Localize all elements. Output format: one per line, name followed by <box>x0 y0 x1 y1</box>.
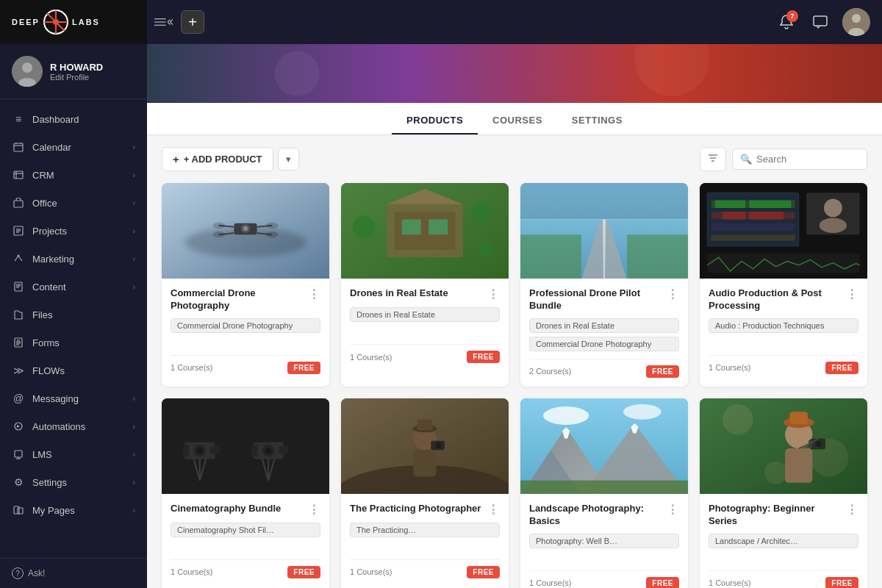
sort-button[interactable] <box>700 147 726 171</box>
automations-icon <box>12 420 25 433</box>
messages-button[interactable] <box>808 10 832 34</box>
product-tag: Commercial Drone Photography <box>171 318 320 333</box>
sidebar-item-label: LMS <box>32 449 52 460</box>
svg-point-44 <box>274 51 319 96</box>
course-count: 2 Course(s) <box>529 367 571 376</box>
svg-point-41 <box>852 14 861 23</box>
flows-icon: ≫ <box>12 364 25 377</box>
product-menu-button[interactable]: ⋮ <box>846 287 858 301</box>
products-area: + + ADD PRODUCT ▾ 🔍 <box>147 135 882 588</box>
price-badge: FREE <box>825 577 858 588</box>
sidebar-item-lms[interactable]: LMS › <box>0 440 147 468</box>
product-tags: Cinematography Shot Fil… <box>171 523 320 552</box>
tab-courses[interactable]: COURSES <box>478 107 557 135</box>
collapse-sidebar-button[interactable] <box>154 12 175 32</box>
sidebar-item-flows[interactable]: ≫ FLOWs <box>0 356 147 384</box>
product-title: Cinematography Bundle <box>171 503 304 515</box>
price-badge: FREE <box>467 351 500 363</box>
product-menu-button[interactable]: ⋮ <box>487 287 500 301</box>
product-menu-button[interactable]: ⋮ <box>308 287 320 301</box>
dashboard-icon: ≡ <box>12 112 25 126</box>
svg-rect-74 <box>520 234 581 279</box>
sidebar-item-content[interactable]: Content › <box>0 273 147 301</box>
sidebar-item-marketing[interactable]: Marketing › <box>0 245 147 273</box>
sidebar-item-forms[interactable]: Forms <box>0 329 147 356</box>
sidebar-item-files[interactable]: Files <box>0 301 147 329</box>
product-tag: Landscape / Architec… <box>709 534 858 548</box>
ask-label: Ask! <box>28 568 45 578</box>
topbar: + 7 <box>147 0 882 44</box>
sidebar-item-projects[interactable]: Projects › <box>0 217 147 245</box>
product-thumbnail <box>520 398 688 494</box>
svg-rect-8 <box>14 143 23 151</box>
product-menu-button[interactable]: ⋮ <box>308 503 320 517</box>
logo-post: LABS <box>72 18 100 26</box>
price-badge: FREE <box>467 566 500 578</box>
product-card: Photography: Beginner Series ⋮ Landscape… <box>700 398 867 588</box>
products-toolbar: + + ADD PRODUCT ▾ 🔍 <box>162 147 867 171</box>
svg-rect-43 <box>147 44 882 103</box>
sidebar-item-office[interactable]: Office › <box>0 189 147 217</box>
course-count: 1 Course(s) <box>171 363 212 372</box>
product-title: Landscape Photography: Basics <box>529 503 662 528</box>
svg-point-6 <box>22 62 32 73</box>
price-badge: FREE <box>287 566 320 578</box>
sidebar-item-settings[interactable]: ⚙ Settings › <box>0 468 147 496</box>
sidebar-item-dashboard[interactable]: ≡ Dashboard <box>0 105 147 133</box>
svg-point-59 <box>266 232 279 237</box>
svg-point-69 <box>473 203 491 221</box>
course-count: 1 Course(s) <box>709 363 750 372</box>
chevron-right-icon: › <box>133 451 135 459</box>
tab-settings[interactable]: SETTINGS <box>557 107 637 135</box>
product-tag: Drones in Real Estate <box>350 307 500 322</box>
sidebar-item-crm[interactable]: CRM › <box>0 161 147 189</box>
content-icon <box>12 280 25 293</box>
svg-rect-39 <box>814 16 827 26</box>
svg-rect-88 <box>749 212 784 219</box>
sidebar-item-label: My Pages <box>32 505 75 516</box>
sidebar-profile: R HOWARD Edit Profile <box>0 44 147 99</box>
product-thumbnail <box>162 183 329 279</box>
sidebar-item-label: FLOWs <box>32 365 65 376</box>
calendar-icon <box>12 140 25 154</box>
product-menu-button[interactable]: ⋮ <box>667 287 679 301</box>
product-tag: Audio : Production Techniques <box>709 318 858 333</box>
products-grid: Commercial Drone Photography ⋮ Commercia… <box>162 183 867 588</box>
product-menu-button[interactable]: ⋮ <box>667 503 679 517</box>
add-button[interactable]: + <box>181 10 204 34</box>
course-count: 1 Course(s) <box>529 578 571 587</box>
sidebar-item-my-pages[interactable]: My Pages › <box>0 496 147 524</box>
sidebar-item-label: Dashboard <box>32 114 79 125</box>
sidebar-item-messaging[interactable]: @ Messaging › <box>0 384 147 412</box>
files-icon <box>12 308 25 321</box>
filter-dropdown-button[interactable]: ▾ <box>278 148 299 171</box>
sidebar-item-label: Office <box>32 198 57 209</box>
product-title: Photography: Beginner Series <box>709 503 842 528</box>
sidebar-item-calendar[interactable]: Calendar › <box>0 133 147 161</box>
svg-rect-21 <box>15 282 22 291</box>
product-menu-button[interactable]: ⋮ <box>846 503 858 517</box>
add-product-label: + ADD PRODUCT <box>184 154 262 165</box>
price-badge: FREE <box>287 362 320 374</box>
svg-rect-75 <box>627 234 688 279</box>
product-menu-button[interactable]: ⋮ <box>487 503 500 517</box>
product-thumbnail <box>700 183 867 279</box>
sidebar-item-automations[interactable]: Automations › <box>0 412 147 440</box>
chevron-right-icon: › <box>133 171 135 179</box>
svg-point-122 <box>623 404 662 420</box>
ask-button[interactable]: ? Ask! <box>12 567 135 579</box>
notifications-button[interactable]: 7 <box>775 10 798 34</box>
profile-edit-link[interactable]: Edit Profile <box>50 73 103 82</box>
chevron-right-icon: › <box>133 423 135 431</box>
product-tag: Commercial Drone Photography <box>529 337 679 351</box>
chevron-right-icon: › <box>133 255 135 263</box>
tab-products[interactable]: PRODUCTS <box>392 107 478 135</box>
svg-rect-119 <box>341 398 509 494</box>
add-product-button[interactable]: + + ADD PRODUCT <box>162 147 273 171</box>
user-avatar[interactable] <box>842 8 870 36</box>
search-input[interactable] <box>756 154 859 165</box>
svg-rect-140 <box>700 398 867 494</box>
product-card: Cinematography Bundle ⋮ Cinematography S… <box>162 398 329 588</box>
product-tag: Cinematography Shot Fil… <box>171 523 320 537</box>
product-card: Drones in Real Estate ⋮ Drones in Real E… <box>341 183 509 387</box>
